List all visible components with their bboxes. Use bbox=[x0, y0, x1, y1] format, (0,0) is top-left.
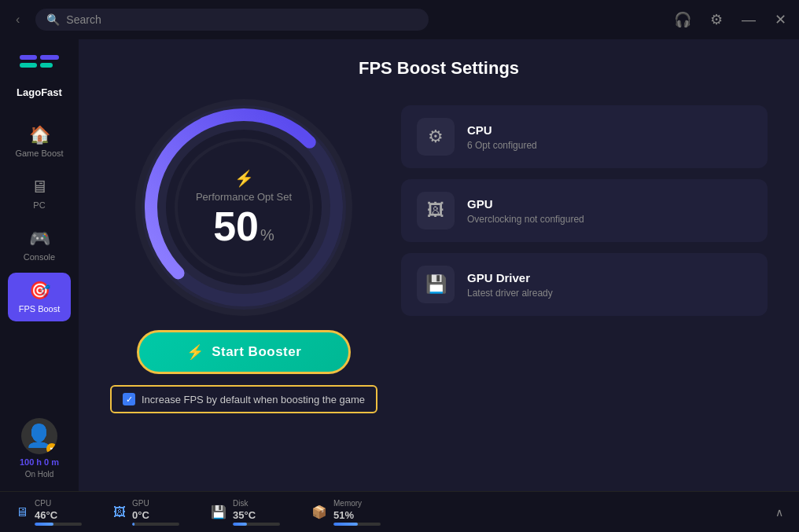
gauge-container: ⚡ Performance Opt Set 50 % bbox=[134, 97, 354, 317]
page-title: FPS Boost Settings bbox=[110, 58, 768, 79]
right-panel: ⚙ CPU 6 Opt configured 🖼 GPU Overclockin… bbox=[401, 97, 768, 316]
start-booster-button[interactable]: ⚡ Start Booster bbox=[137, 330, 352, 374]
search-icon: 🔍 bbox=[46, 13, 60, 26]
sidebar-item-fps-boost[interactable]: 🎯 FPS Boost bbox=[8, 273, 71, 321]
status-cpu-bar bbox=[35, 523, 82, 526]
status-gpu-label: GPU bbox=[132, 499, 179, 508]
sidebar-label-pc: PC bbox=[33, 200, 45, 210]
status-cpu-value: 46°C bbox=[35, 509, 82, 521]
minimize-icon[interactable]: — bbox=[738, 9, 759, 31]
cpu-card-sub: 6 Opt configured bbox=[467, 140, 537, 151]
status-gpu-fill bbox=[132, 523, 134, 526]
sidebar-label-fps-boost: FPS Boost bbox=[19, 304, 61, 314]
status-cpu-icon: 🖥 bbox=[16, 505, 28, 519]
user-time: 100 h 0 m bbox=[20, 457, 59, 467]
status-item-cpu: 🖥 CPU 46°C bbox=[16, 499, 82, 526]
svg-rect-2 bbox=[40, 55, 59, 60]
content-area: FPS Boost Settings bbox=[79, 39, 799, 491]
svg-rect-3 bbox=[40, 63, 53, 68]
cpu-card-icon: ⚙ bbox=[417, 118, 455, 156]
stat-card-cpu[interactable]: ⚙ CPU 6 Opt configured bbox=[401, 105, 768, 168]
search-text: Search bbox=[66, 13, 101, 26]
sidebar-item-console[interactable]: 🎮 Console bbox=[8, 221, 71, 270]
gpu-driver-card-info: GPU Driver Latest driver already bbox=[467, 271, 553, 299]
booster-label: Start Booster bbox=[212, 344, 301, 360]
status-item-memory: 📦 Memory 51% bbox=[311, 499, 381, 526]
status-memory-icon: 📦 bbox=[311, 504, 327, 519]
cpu-card-info: CPU 6 Opt configured bbox=[467, 123, 537, 151]
fps-checkbox-label: Increase FPS by default when boosting th… bbox=[142, 394, 365, 405]
gauge-percent: % bbox=[260, 226, 274, 244]
logo: LagoFast bbox=[17, 52, 62, 98]
status-cpu-info: CPU 46°C bbox=[35, 499, 82, 526]
gpu-driver-card-icon: 💾 bbox=[417, 266, 455, 303]
gauge-label: Performance Opt Set bbox=[196, 191, 292, 203]
logo-icon bbox=[20, 52, 59, 80]
svg-rect-0 bbox=[20, 55, 37, 60]
stat-card-gpu-driver[interactable]: 💾 GPU Driver Latest driver already bbox=[401, 253, 768, 316]
pc-icon: 🖥 bbox=[31, 177, 48, 197]
status-memory-value: 51% bbox=[333, 509, 381, 521]
status-disk-icon: 💾 bbox=[211, 504, 226, 519]
close-icon[interactable]: ✕ bbox=[771, 8, 790, 31]
gauge-section: ⚡ Performance Opt Set 50 % ⚡ Start Boost… bbox=[110, 97, 377, 413]
avatar-badge: ♥ bbox=[46, 443, 57, 454]
status-disk-info: Disk 35°C bbox=[233, 499, 280, 526]
back-button[interactable]: ‹ bbox=[9, 9, 26, 30]
gpu-card-info: GPU Overclocking not configured bbox=[467, 197, 584, 225]
cpu-card-title: CPU bbox=[467, 123, 537, 137]
status-disk-fill bbox=[233, 523, 247, 526]
status-bar: 🖥 CPU 46°C 🖼 GPU 0°C 💾 Disk 35°C bbox=[0, 491, 799, 532]
status-bar-toggle[interactable]: ∧ bbox=[775, 506, 783, 519]
fps-checkbox-row[interactable]: ✓ Increase FPS by default when boosting … bbox=[110, 385, 377, 413]
gauge-value: 50 % bbox=[196, 206, 292, 247]
stat-card-gpu[interactable]: 🖼 GPU Overclocking not configured bbox=[401, 179, 768, 242]
game-boost-icon: 🏠 bbox=[29, 125, 50, 145]
status-disk-bar bbox=[233, 523, 280, 526]
status-cpu-label: CPU bbox=[35, 499, 82, 508]
sidebar-label-console: Console bbox=[24, 252, 55, 262]
fps-boost-icon: 🎯 bbox=[29, 281, 50, 301]
gpu-card-sub: Overclocking not configured bbox=[467, 214, 584, 225]
status-gpu-icon: 🖼 bbox=[113, 505, 126, 519]
sidebar-label-game-boost: Game Boost bbox=[15, 149, 63, 158]
status-cpu-fill bbox=[35, 523, 53, 526]
user-status: On Hold bbox=[25, 470, 54, 479]
status-item-gpu: 🖼 GPU 0°C bbox=[113, 499, 179, 526]
status-item-disk: 💾 Disk 35°C bbox=[211, 499, 280, 526]
booster-lightning-icon: ⚡ bbox=[186, 343, 204, 361]
status-memory-bar bbox=[333, 523, 381, 526]
logo-text: LagoFast bbox=[17, 86, 62, 98]
sidebar: LagoFast 🏠 Game Boost 🖥 PC 🎮 Console 🎯 F… bbox=[0, 39, 79, 491]
gpu-card-title: GPU bbox=[467, 197, 584, 211]
gpu-card-icon: 🖼 bbox=[417, 192, 455, 229]
status-memory-fill bbox=[333, 523, 358, 526]
settings-icon[interactable]: ⚙ bbox=[707, 8, 726, 31]
status-memory-info: Memory 51% bbox=[333, 499, 381, 526]
status-gpu-value: 0°C bbox=[132, 509, 179, 521]
gpu-driver-card-sub: Latest driver already bbox=[467, 288, 553, 299]
gauge-center: ⚡ Performance Opt Set 50 % bbox=[196, 169, 292, 247]
gauge-number: 50 bbox=[213, 206, 259, 247]
status-disk-value: 35°C bbox=[233, 509, 280, 521]
status-memory-label: Memory bbox=[333, 499, 381, 508]
svg-rect-1 bbox=[20, 63, 37, 68]
main-layout: LagoFast 🏠 Game Boost 🖥 PC 🎮 Console 🎯 F… bbox=[0, 39, 799, 491]
console-icon: 🎮 bbox=[29, 229, 50, 249]
titlebar-actions: 🎧 ⚙ — ✕ bbox=[671, 8, 790, 31]
content-body: ⚡ Performance Opt Set 50 % ⚡ Start Boost… bbox=[110, 97, 768, 491]
avatar[interactable]: 👤 ♥ bbox=[21, 418, 57, 454]
status-disk-label: Disk bbox=[233, 499, 280, 508]
gauge-bottom: ⚡ Start Booster ✓ Increase FPS by defaul… bbox=[110, 330, 377, 413]
sidebar-item-game-boost[interactable]: 🏠 Game Boost bbox=[8, 117, 71, 166]
status-gpu-bar bbox=[132, 523, 179, 526]
status-gpu-info: GPU 0°C bbox=[132, 499, 179, 526]
gauge-lightning-icon: ⚡ bbox=[196, 169, 292, 188]
fps-checkbox[interactable]: ✓ bbox=[123, 393, 135, 405]
titlebar: ‹ 🔍 Search 🎧 ⚙ — ✕ bbox=[0, 0, 799, 39]
sidebar-item-pc[interactable]: 🖥 PC bbox=[8, 169, 71, 218]
search-bar[interactable]: 🔍 Search bbox=[35, 9, 429, 31]
sidebar-bottom: 👤 ♥ 100 h 0 m On Hold bbox=[20, 418, 59, 479]
headset-icon[interactable]: 🎧 bbox=[671, 8, 694, 31]
gpu-driver-card-title: GPU Driver bbox=[467, 271, 553, 284]
